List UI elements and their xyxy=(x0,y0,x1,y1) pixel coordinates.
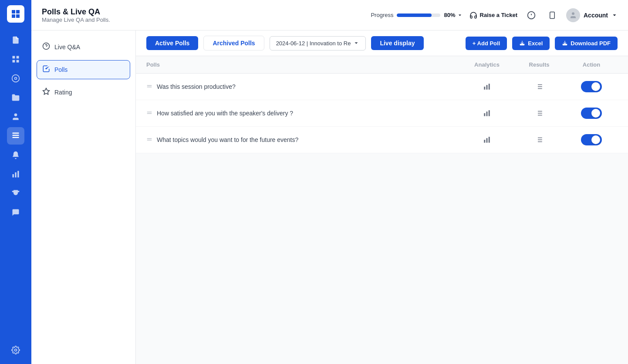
analytics-cell-3 xyxy=(461,133,513,147)
sidebar-item-rating[interactable]: Rating xyxy=(37,83,130,102)
svg-rect-36 xyxy=(489,110,490,116)
header: Polls & Live QA Manage Live QA and Polls… xyxy=(31,0,628,30)
results-button-2[interactable] xyxy=(532,106,546,120)
rating-icon xyxy=(42,88,50,97)
sidebar: Live Q&A Polls Rating xyxy=(31,30,136,364)
account-chevron-icon xyxy=(611,12,618,18)
poll-question-2: How satisfied are you with the speaker's… xyxy=(157,110,293,117)
poll-toggle-3[interactable] xyxy=(581,134,602,145)
export-excel-button[interactable]: Excel xyxy=(512,37,550,50)
header-right: Progress 80% Raise a Ticket xyxy=(371,8,618,22)
svg-rect-9 xyxy=(13,137,19,138)
app-logo[interactable] xyxy=(7,5,24,23)
pdf-download-icon xyxy=(562,40,568,46)
sidebar-item-polls-label: Polls xyxy=(54,66,68,73)
add-poll-button[interactable]: + Add Poll xyxy=(466,37,507,50)
poll-question-3: What topics would you want to for the fu… xyxy=(157,136,298,143)
account-button[interactable]: Account xyxy=(566,8,618,22)
nav-chat-icon[interactable] xyxy=(7,204,24,221)
page-title: Polls & Live QA xyxy=(42,7,110,17)
table-header: Polls Analytics Results Action xyxy=(136,56,628,74)
nav-trophy-icon[interactable] xyxy=(7,185,24,202)
svg-rect-45 xyxy=(489,137,490,143)
page-subtitle: Manage Live QA and Polls. xyxy=(42,17,110,23)
svg-rect-8 xyxy=(13,135,19,136)
sidebar-item-live-qa-label: Live Q&A xyxy=(54,44,80,51)
poll-name-3: What topics would you want to for the fu… xyxy=(146,136,461,144)
archived-polls-tab[interactable]: Archived Polls xyxy=(203,36,264,51)
progress-label: Progress xyxy=(371,12,393,18)
analytics-cell-2 xyxy=(461,106,513,120)
nav-polls-icon[interactable] xyxy=(7,127,24,145)
sidebar-item-polls[interactable]: Polls xyxy=(37,60,130,79)
svg-rect-7 xyxy=(13,133,19,134)
poll-toggle-1[interactable] xyxy=(581,81,602,92)
raise-ticket-label: Raise a Ticket xyxy=(480,12,517,18)
analytics-button-1[interactable] xyxy=(480,80,494,94)
analytics-button-2[interactable] xyxy=(480,106,494,120)
results-cell-1 xyxy=(513,80,565,94)
active-polls-tab[interactable]: Active Polls xyxy=(146,36,198,50)
col-results: Results xyxy=(513,61,565,68)
col-polls: Polls xyxy=(146,61,461,68)
info-icon-button[interactable] xyxy=(524,8,538,22)
svg-rect-12 xyxy=(17,171,19,178)
session-chevron-icon xyxy=(353,40,359,46)
nav-palette-icon[interactable] xyxy=(7,70,24,87)
drag-handle-icon-1[interactable] xyxy=(146,83,152,91)
poll-name-2: How satisfied are you with the speaker's… xyxy=(146,110,461,117)
svg-point-6 xyxy=(14,114,17,117)
nav-bell-icon[interactable] xyxy=(7,146,24,164)
live-display-button[interactable]: Live display xyxy=(371,36,423,50)
drag-handle-icon-3[interactable] xyxy=(146,136,152,144)
page-header-title: Polls & Live QA Manage Live QA and Polls… xyxy=(42,7,110,23)
toolbar: Active Polls Archived Polls 2024-06-12 |… xyxy=(136,30,628,56)
svg-rect-11 xyxy=(15,172,16,178)
action-cell-1 xyxy=(565,81,618,92)
nav-folder-icon[interactable] xyxy=(7,89,24,106)
drag-handle-icon-2[interactable] xyxy=(146,110,152,117)
raise-ticket-button[interactable]: Raise a Ticket xyxy=(469,11,517,19)
results-button-1[interactable] xyxy=(532,80,546,94)
svg-point-13 xyxy=(15,349,17,351)
svg-rect-26 xyxy=(486,85,488,90)
action-cell-2 xyxy=(565,108,618,119)
svg-rect-1 xyxy=(17,56,19,59)
progress-percent[interactable]: 80% xyxy=(444,12,462,18)
session-dropdown[interactable]: 2024-06-12 | Innovation to Re xyxy=(270,36,366,51)
sidebar-item-live-qa[interactable]: Live Q&A xyxy=(37,37,130,57)
action-cell-3 xyxy=(565,134,618,145)
progress-section: Progress 80% xyxy=(371,12,462,18)
progress-bar-fill xyxy=(397,13,432,17)
svg-rect-43 xyxy=(484,140,485,143)
svg-rect-44 xyxy=(486,138,488,143)
account-avatar xyxy=(566,8,580,22)
nav-bar xyxy=(0,0,31,364)
mobile-icon-button[interactable] xyxy=(545,8,559,22)
sidebar-item-rating-label: Rating xyxy=(54,89,72,96)
col-analytics: Analytics xyxy=(461,61,513,68)
svg-point-4 xyxy=(12,75,20,82)
nav-analytics-icon[interactable] xyxy=(7,165,24,183)
table-row: Was this session productive? xyxy=(136,74,628,100)
svg-rect-10 xyxy=(13,174,14,178)
svg-point-5 xyxy=(15,78,17,80)
download-pdf-button[interactable]: Download PDF xyxy=(555,37,618,50)
session-value: 2024-06-12 | Innovation to Re xyxy=(276,40,351,47)
svg-rect-27 xyxy=(489,84,490,90)
poll-question-1: Was this session productive? xyxy=(157,83,236,90)
nav-grid-icon[interactable] xyxy=(7,51,24,68)
svg-rect-3 xyxy=(17,60,19,63)
svg-rect-25 xyxy=(484,87,485,90)
poll-toggle-2[interactable] xyxy=(581,108,602,119)
progress-bar-container xyxy=(397,13,440,17)
analytics-button-3[interactable] xyxy=(480,133,494,147)
svg-point-19 xyxy=(572,12,574,15)
nav-document-icon[interactable] xyxy=(7,31,24,49)
nav-settings-icon[interactable] xyxy=(7,341,24,359)
svg-marker-22 xyxy=(43,88,50,94)
nav-user-icon[interactable] xyxy=(7,108,24,125)
svg-rect-35 xyxy=(486,111,488,116)
body-area: Live Q&A Polls Rating Active Polls Archi… xyxy=(31,30,628,364)
results-button-3[interactable] xyxy=(532,133,546,147)
